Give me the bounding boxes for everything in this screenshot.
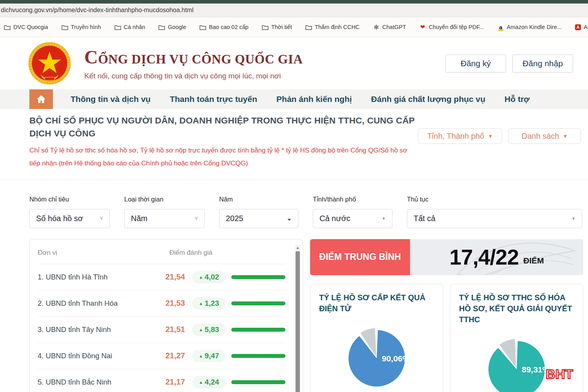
login-button[interactable]: Đăng nhập [512, 54, 573, 73]
filter-label: Năm [219, 196, 298, 203]
auth-buttons: Đăng ký Đăng nhập [445, 54, 580, 73]
bookmarks-bar: DVC Quocgia Truyền hình Cá nhân Google B… [0, 17, 588, 37]
table-row[interactable]: 5. UBND tỉnh Bắc Ninh 21,17 ▲4,24 [38, 369, 285, 392]
nav-item-ho-tro[interactable]: Hỗ trợ [505, 94, 530, 104]
up-arrow-icon: ▲ [199, 354, 203, 358]
ranking-card: Đơn vị Điểm đánh giá 1. UBND tỉnh Hà Tĩn… [29, 239, 303, 392]
logo-letter: C [84, 47, 98, 67]
bookmark-adobe-acrobat[interactable]: A Adobe Acrobat [575, 24, 588, 30]
heading-buttons: Tỉnh, Thành phố ▼ Danh sách ▼ [418, 128, 581, 144]
bookmark-amazon-kindle[interactable]: a Amazon Kindle Dire... [497, 24, 562, 31]
unit-name: 2. UBND tỉnh Thanh Hóa [38, 299, 162, 308]
filter-bar: Nhóm chỉ tiêu Số hóa hồ sơ ˅ Loại thời g… [29, 196, 588, 228]
bookmark-thoi-tiet[interactable]: Thời tiết [262, 24, 292, 31]
filter-year: Năm 2025 ⌄ [219, 196, 298, 228]
amazon-icon: a [497, 24, 504, 31]
decorative-watermark [454, 239, 579, 275]
procedure-select[interactable]: Tất cả ▼ [407, 209, 582, 228]
site-header: CỔNG DỊCH VỤ CÔNG QUỐC GIA Kết nối, cung… [0, 37, 588, 89]
up-arrow-icon: ▲ [199, 275, 203, 279]
site-tagline: Kết nối, cung cấp thông tin và dịch vụ c… [84, 72, 303, 80]
score-value: 21,54 [162, 272, 185, 281]
bookmark-label: Thẩm định CCHC [315, 24, 359, 30]
bookmark-ca-nhan[interactable]: Cá nhân [114, 24, 145, 31]
pie-chart-electronic-results: 90,06% [339, 321, 414, 392]
bookmark-label: Truyền hình [71, 24, 101, 30]
dropdown-triangle-icon: ▼ [572, 216, 575, 221]
page-url: dichvucong.gov.vn/p/home/dvc-index-tinht… [1, 7, 194, 14]
province-select[interactable]: Cả nước ▼ [313, 209, 392, 228]
pie-card-electronic-results: TỶ LỆ HỒ SƠ CẤP KẾT QUẢ ĐIỆN TỬ 90,06% [310, 284, 443, 392]
pie-chart-wrap: 89,31% [459, 332, 574, 392]
up-arrow-icon: ▲ [199, 380, 203, 385]
nav-items: Thông tin và dịch vụ Thanh toán trực tuy… [71, 94, 530, 104]
folder-icon [262, 24, 269, 31]
nav-item-phan-anh[interactable]: Phản ánh kiến nghị [276, 94, 352, 104]
address-bar[interactable]: dichvucong.gov.vn/p/home/dvc-index-tinht… [0, 4, 588, 17]
pie-chart-wrap: 90,06% [319, 321, 434, 392]
bookmark-google[interactable]: Google [158, 24, 186, 31]
scrollbar-thumb[interactable] [296, 251, 300, 392]
delta-badge: ▲4,02 [192, 271, 226, 283]
score-bar [231, 328, 285, 332]
site-title-block: CỔNG DỊCH VỤ CÔNG QUỐC GIA Kết nối, cung… [84, 46, 303, 80]
bookmark-truyen-hinh[interactable]: Truyền hình [62, 24, 101, 31]
bookmark-label: Cá nhân [124, 24, 145, 30]
register-button[interactable]: Đăng ký [445, 54, 506, 73]
score-value: 21,27 [162, 351, 185, 360]
nav-item-danh-gia[interactable]: Đánh giá chất lượng phục vụ [371, 94, 486, 104]
bookmark-chatgpt[interactable]: ✻ ChatGPT [373, 24, 406, 31]
folder-icon [200, 24, 206, 31]
unit-name: 3. UBND tỉnh Tây Ninh [38, 325, 162, 334]
svg-text:90,06%: 90,06% [382, 354, 410, 363]
unit-name: 4. UBND tỉnh Đồng Nai [38, 352, 162, 360]
scroll-up-icon[interactable]: ▲ [295, 245, 300, 250]
folder-icon [62, 24, 68, 31]
table-scrollbar[interactable]: ▲ [295, 245, 300, 392]
pie-card-title: TỶ LỆ HỒ SƠ CẤP KẾT QUẢ ĐIỆN TỬ [319, 292, 434, 314]
year-select[interactable]: 2025 ⌄ [219, 209, 298, 228]
filter-label: Loại thời gian [124, 196, 205, 203]
bookmark-label: DVC Quocgia [13, 24, 48, 30]
national-emblem [27, 41, 72, 85]
column-header-score: Điểm đánh giá [169, 249, 285, 257]
table-row[interactable]: 3. UBND tỉnh Tây Ninh 21,51 ▲5,83 [38, 317, 285, 343]
folder-icon [114, 24, 121, 31]
chevron-down-icon: ⌄ [287, 215, 292, 222]
table-row[interactable]: 1. UBND tỉnh Hà Tĩnh 21,54 ▲4,02 [38, 264, 285, 290]
indicator-group-select[interactable]: Số hóa hồ sơ ˅ [29, 209, 110, 228]
bookmark-label: Bao cao 02 cấp [209, 24, 249, 30]
table-row[interactable]: 2. UBND tỉnh Thanh Hóa 21,53 ▲1,23 [38, 290, 285, 317]
table-header: Đơn vị Điểm đánh giá [38, 246, 285, 264]
delta-badge: ▲1,23 [192, 297, 226, 310]
list-dropdown-button[interactable]: Danh sách ▼ [508, 128, 581, 144]
filter-procedure: Thủ tục Tất cả ▼ [407, 196, 582, 228]
delta-badge: ▲9,47 [192, 350, 226, 362]
acrobat-icon: A [575, 24, 581, 30]
folder-icon [305, 24, 312, 31]
score-value: 21,51 [162, 325, 185, 334]
filter-label: Thủ tục [407, 196, 582, 203]
time-type-select[interactable]: Năm ˅ [124, 209, 205, 228]
bookmark-bao-cao[interactable]: Bao cao 02 cấp [200, 24, 249, 31]
pie-card-title: TỶ LỆ HỒ SƠ TTHC SỐ HÓA HỒ SƠ, KẾT QUẢ G… [459, 292, 574, 325]
table-row[interactable]: 4. UBND tỉnh Đồng Nai 21,27 ▲9,47 [38, 343, 285, 369]
pie-chart-digitized-records: 89,31% [479, 332, 554, 392]
nav-item-thong-tin[interactable]: Thông tin và dịch vụ [71, 94, 151, 104]
chevron-down-icon: ▼ [563, 133, 568, 139]
score-bar [231, 301, 285, 305]
bookmark-dvc-quocgia[interactable]: DVC Quocgia [4, 24, 48, 31]
home-button[interactable] [29, 89, 53, 109]
bookmark-tham-dinh[interactable]: Thẩm định CCHC [305, 24, 359, 31]
bookmark-label: Google [168, 24, 186, 30]
home-icon [36, 95, 46, 103]
unit-name: 5. UBND tỉnh Bắc Ninh [38, 378, 162, 387]
bookmark-pdf-convert[interactable]: ❤ Chuyển đổi tệp PDF... [419, 24, 484, 31]
unit-name: 1. UBND tỉnh Hà Tĩnh [38, 273, 162, 281]
nav-item-thanh-toan[interactable]: Thanh toán trực tuyến [170, 94, 257, 104]
folder-icon [158, 24, 165, 31]
filter-label: Tỉnh/thành phố [313, 196, 392, 203]
province-dropdown-button[interactable]: Tỉnh, Thành phố ▼ [418, 128, 502, 144]
bookmark-label: Thời tiết [271, 24, 292, 30]
score-bar [231, 275, 285, 279]
